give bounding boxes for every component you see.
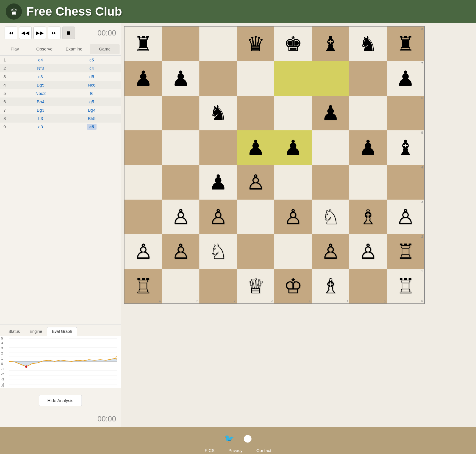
piece-a1[interactable]: ♖ (134, 276, 153, 297)
analysis-tab-status[interactable]: Status (3, 327, 25, 336)
piece-h5[interactable]: ♝ (396, 137, 415, 158)
square-h5[interactable]: 5♝ (387, 130, 424, 165)
stop-button[interactable]: ⏹ (62, 27, 75, 39)
prev-move-button[interactable]: ◀◀ (19, 27, 32, 39)
square-e7[interactable] (274, 61, 312, 96)
move-white[interactable]: h3 (15, 116, 66, 121)
square-d7[interactable] (237, 61, 274, 96)
piece-c4[interactable]: ♟ (209, 172, 228, 193)
square-a2[interactable]: ♙ (124, 234, 162, 269)
square-c1[interactable]: c (199, 269, 237, 303)
square-e2[interactable] (274, 234, 312, 269)
square-e6[interactable] (274, 96, 312, 130)
piece-g2[interactable]: ♙ (359, 241, 377, 262)
move-white[interactable]: Nf3 (15, 66, 66, 71)
square-h2[interactable]: 2♖ (387, 234, 424, 269)
square-g2[interactable]: ♙ (349, 234, 387, 269)
square-f4[interactable] (312, 165, 349, 200)
square-a3[interactable] (124, 200, 162, 234)
tab-observe[interactable]: Observe (30, 43, 59, 55)
square-c8[interactable] (199, 27, 237, 61)
tab-play[interactable]: Play (0, 43, 30, 55)
square-d2[interactable] (237, 234, 274, 269)
tab-examine[interactable]: Examine (59, 43, 89, 55)
piece-e5[interactable]: ♟ (284, 137, 303, 158)
square-b4[interactable] (162, 165, 199, 200)
move-black[interactable]: Bh5 (66, 116, 118, 121)
piece-e3[interactable]: ♙ (284, 207, 303, 227)
move-black[interactable]: Bg4 (66, 108, 118, 112)
square-h6[interactable]: 6 (387, 96, 424, 130)
move-white[interactable]: Bg3 (15, 108, 66, 112)
last-move-button[interactable]: ⏭ (48, 27, 61, 39)
square-c6[interactable]: ♞ (199, 96, 237, 130)
move-white[interactable]: Bg5 (15, 82, 66, 87)
square-h1[interactable]: 1h♖ (387, 269, 424, 303)
piece-h2[interactable]: ♖ (396, 241, 415, 262)
square-e1[interactable]: e♔ (274, 269, 312, 303)
square-h3[interactable]: 3♙ (387, 200, 424, 234)
piece-e1[interactable]: ♔ (284, 276, 303, 297)
fics-link[interactable]: FICS (205, 448, 214, 453)
piece-c6[interactable]: ♞ (209, 103, 228, 123)
square-e5[interactable]: ♟ (274, 130, 312, 165)
square-f6[interactable]: ♟ (312, 96, 349, 130)
square-f2[interactable]: ♙ (312, 234, 349, 269)
piece-f2[interactable]: ♙ (321, 241, 340, 262)
square-c5[interactable] (199, 130, 237, 165)
square-h8[interactable]: 8♜ (387, 27, 424, 61)
square-g4[interactable] (349, 165, 387, 200)
square-f8[interactable]: ♝ (312, 27, 349, 61)
piece-f3[interactable]: ♘ (321, 207, 340, 227)
square-g5[interactable]: ♟ (349, 130, 387, 165)
piece-h8[interactable]: ♜ (396, 33, 415, 54)
square-d5[interactable]: ♟ (237, 130, 274, 165)
piece-f1[interactable]: ♗ (321, 276, 340, 297)
move-white[interactable]: c3 (15, 74, 66, 79)
piece-c3[interactable]: ♙ (209, 207, 228, 227)
privacy-link[interactable]: Privacy (228, 448, 243, 453)
move-black[interactable]: g5 (66, 99, 118, 104)
square-a1[interactable]: a♖ (124, 269, 162, 303)
square-d4[interactable]: ♙ (237, 165, 274, 200)
square-a6[interactable] (124, 96, 162, 130)
piece-d8[interactable]: ♛ (246, 33, 265, 54)
move-white[interactable]: Bh4 (15, 99, 66, 104)
piece-h7[interactable]: ♟ (396, 68, 415, 89)
piece-c2[interactable]: ♘ (209, 241, 228, 262)
square-g7[interactable] (349, 61, 387, 96)
square-a8[interactable]: ♜ (124, 27, 162, 61)
move-black[interactable]: c4 (66, 66, 118, 71)
piece-h1[interactable]: ♖ (396, 276, 415, 297)
square-h7[interactable]: 7♟ (387, 61, 424, 96)
square-c2[interactable]: ♘ (199, 234, 237, 269)
square-d1[interactable]: d♕ (237, 269, 274, 303)
square-d6[interactable] (237, 96, 274, 130)
piece-e8[interactable]: ♚ (284, 33, 303, 54)
move-black[interactable]: Nc6 (66, 82, 118, 87)
piece-g5[interactable]: ♟ (359, 137, 377, 158)
move-black[interactable]: d5 (66, 74, 118, 79)
square-b2[interactable]: ♙ (162, 234, 199, 269)
github-icon[interactable]: ⬤ (243, 434, 252, 443)
square-g1[interactable]: g (349, 269, 387, 303)
square-f1[interactable]: f♗ (312, 269, 349, 303)
square-g3[interactable]: ♗ (349, 200, 387, 234)
analysis-tab-engine[interactable]: Engine (25, 327, 47, 336)
square-c4[interactable]: ♟ (199, 165, 237, 200)
square-a7[interactable]: ♟ (124, 61, 162, 96)
move-black[interactable]: e5 (66, 124, 118, 129)
piece-g3[interactable]: ♗ (359, 207, 377, 227)
twitter-icon[interactable]: 🐦 (224, 434, 234, 443)
move-white[interactable]: d4 (15, 57, 66, 62)
square-c7[interactable] (199, 61, 237, 96)
piece-d5[interactable]: ♟ (246, 137, 265, 158)
square-g8[interactable]: ♞ (349, 27, 387, 61)
square-c3[interactable]: ♙ (199, 200, 237, 234)
square-e3[interactable]: ♙ (274, 200, 312, 234)
square-b7[interactable]: ♟ (162, 61, 199, 96)
piece-d1[interactable]: ♕ (246, 276, 265, 297)
first-move-button[interactable]: ⏮ (5, 27, 17, 39)
piece-b2[interactable]: ♙ (171, 241, 190, 262)
piece-f8[interactable]: ♝ (321, 33, 340, 54)
